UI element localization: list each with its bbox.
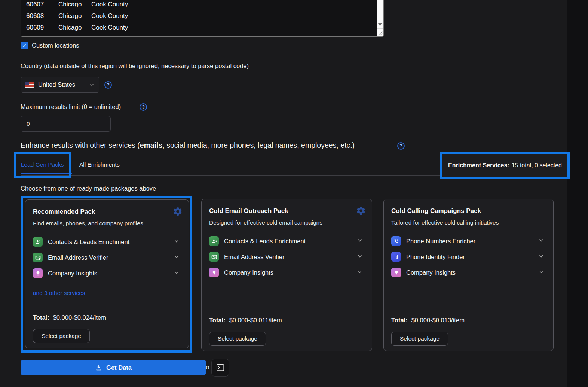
page-content: 60607ChicagoCook County60608ChicagoCook …	[0, 0, 567, 387]
contacts-leads-icon	[33, 237, 43, 247]
country-help-icon[interactable]: ?	[104, 81, 112, 89]
company-insights-icon	[391, 268, 401, 277]
location-city: Chicago	[58, 12, 91, 20]
phone-identity-icon	[391, 252, 401, 262]
service-row[interactable]: Company Insights	[209, 267, 364, 278]
pack-description: Designed for effective cold email campai…	[209, 219, 364, 226]
scrollbar[interactable]	[377, 0, 383, 36]
chevron-down-icon[interactable]	[174, 269, 180, 277]
location-row: 60609ChicagoCook County	[26, 22, 383, 33]
download-icon	[95, 364, 102, 371]
chevron-down-icon[interactable]	[357, 237, 363, 245]
tab-lead-gen-packs[interactable]: Lead Gen Packs	[21, 161, 64, 168]
location-county: Cook County	[91, 1, 128, 8]
chevron-down-icon[interactable]	[174, 238, 180, 246]
phone-numbers-icon	[391, 236, 401, 246]
pack-total-label: Total:	[391, 317, 408, 323]
enhance-heading-suffix: , social media, more phones, legal names…	[162, 141, 355, 149]
pack-card: Cold Calling Campaigns PackTailored for …	[383, 199, 554, 351]
select-package-button[interactable]: Select package	[209, 332, 266, 346]
packages-subtitle: Choose from one of ready-made packages a…	[21, 185, 156, 192]
chevron-down-icon[interactable]	[538, 253, 544, 260]
location-city: Chicago	[58, 1, 91, 8]
enhance-help-icon[interactable]: ?	[397, 142, 405, 150]
email-verifier-icon	[209, 252, 219, 262]
location-rows: 60607ChicagoCook County60608ChicagoCook …	[21, 0, 383, 33]
contacts-leads-icon	[209, 236, 219, 246]
max-results-help-icon[interactable]: ?	[140, 103, 147, 111]
service-name: Company Insights	[48, 270, 174, 277]
pack-card: Cold Email Outreach PackDesigned for eff…	[201, 199, 372, 351]
resize-handle-icon[interactable]	[378, 31, 383, 35]
gear-icon[interactable]	[356, 206, 366, 216]
pack-description: Tailored for effective cold calling init…	[391, 219, 546, 226]
chevron-down-icon[interactable]	[538, 237, 544, 245]
chevron-down-icon[interactable]	[174, 254, 180, 261]
chevron-down-icon[interactable]	[538, 269, 544, 276]
pack-total-value: $0.000-$0.013/item	[411, 317, 465, 323]
service-name: Phone Identity Finder	[406, 253, 538, 260]
pack-total-label: Total:	[33, 314, 49, 321]
custom-locations-checkbox[interactable]: ✓	[21, 42, 28, 49]
service-row[interactable]: Contacts & Leads Enrichment	[209, 236, 364, 246]
chevron-down-icon[interactable]	[357, 269, 363, 276]
country-select[interactable]: United States	[21, 77, 99, 93]
email-verifier-icon	[33, 253, 43, 262]
custom-locations-row: ✓ Custom locations	[21, 42, 79, 49]
service-row[interactable]: Phone Identity Finder	[391, 252, 546, 262]
location-zip: 60608	[26, 12, 58, 20]
get-data-label: Get Data	[106, 364, 132, 371]
service-row[interactable]: Email Address Verifier	[209, 252, 364, 262]
active-tab-underline	[21, 173, 72, 174]
service-row[interactable]: Phone Numbers Enricher	[391, 236, 546, 246]
custom-locations-label: Custom locations	[32, 42, 79, 49]
get-data-button[interactable]: Get Data	[21, 360, 206, 375]
location-zip: 60609	[26, 24, 58, 31]
select-package-button[interactable]: Select package	[391, 332, 448, 346]
more-services-link[interactable]: and 3 other services	[33, 290, 85, 296]
service-row[interactable]: Company Insights	[33, 268, 181, 278]
pack-card: Recommended PackFind emails, phones, and…	[25, 199, 189, 348]
chevron-down-icon[interactable]	[357, 253, 363, 260]
gear-icon[interactable]	[173, 207, 183, 216]
pack-title: Cold Calling Campaigns Pack	[391, 207, 546, 215]
company-insights-icon	[33, 268, 43, 278]
pack-title: Recommended Pack	[33, 208, 181, 216]
service-name: Contacts & Leads Enrichment	[224, 238, 357, 245]
page-right-gutter	[567, 0, 588, 387]
enrichment-services-summary-value: 15 total, 0 selected	[512, 162, 562, 169]
company-insights-icon	[209, 268, 219, 277]
location-county: Cook County	[91, 24, 128, 31]
enrichment-services-summary: Enrichment Services: 15 total, 0 selecte…	[442, 154, 567, 177]
enhance-heading-bold: emails	[140, 141, 163, 149]
us-flag-icon	[25, 82, 34, 88]
service-row[interactable]: Contacts & Leads Enrichment	[33, 237, 181, 247]
custom-locations-textarea[interactable]: 60607ChicagoCook County60608ChicagoCook …	[21, 0, 384, 37]
country-label: Country (data outside of this region wil…	[21, 63, 249, 70]
service-row[interactable]: Email Address Verifier	[33, 252, 181, 263]
location-county: Cook County	[91, 12, 128, 20]
chevron-down-icon	[89, 82, 95, 88]
pack-total: Total:$0.000-$0.011/item	[209, 317, 282, 324]
pack-services: Phone Numbers Enricher Phone Identity Fi…	[391, 236, 546, 278]
enhance-heading-prefix: Enhance results with other services (	[21, 141, 140, 149]
max-results-input[interactable]	[21, 116, 111, 132]
service-row[interactable]: Company Insights	[391, 267, 546, 278]
service-name: Company Insights	[406, 269, 538, 276]
service-name: Phone Numbers Enricher	[406, 238, 538, 245]
enhance-heading: Enhance results with other services (ema…	[21, 141, 355, 150]
pack-total-label: Total:	[209, 317, 226, 323]
terminal-button[interactable]	[211, 359, 229, 377]
scroll-down-arrow-icon[interactable]	[378, 23, 382, 26]
tab-all-enrichments[interactable]: All Enrichments	[79, 161, 120, 168]
pack-services: Contacts & Leads Enrichment Email Addres…	[209, 236, 364, 278]
country-value: United States	[38, 81, 89, 88]
scrollbar-divider	[377, 28, 383, 29]
pack-total-value: $0.000-$0.024/item	[53, 314, 106, 321]
pack-services: Contacts & Leads Enrichment Email Addres…	[33, 237, 181, 278]
select-package-button[interactable]: Select package	[33, 329, 90, 343]
service-name: Contacts & Leads Enrichment	[48, 238, 174, 246]
location-city: Chicago	[58, 24, 91, 31]
pack-total: Total:$0.000-$0.024/item	[33, 314, 106, 321]
service-name: Email Address Verifier	[224, 253, 357, 260]
